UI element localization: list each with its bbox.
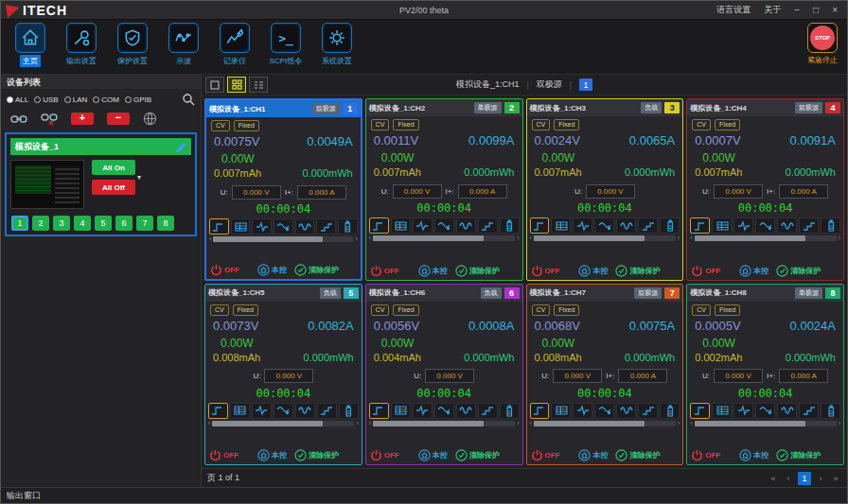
channel-header[interactable]: 模拟设备_1:CH6 负载 6 bbox=[366, 285, 522, 302]
table-icon[interactable] bbox=[551, 403, 571, 419]
sine-wave-icon[interactable] bbox=[616, 403, 636, 419]
local-control-indicator[interactable]: 本控 bbox=[418, 449, 448, 461]
ramp-icon[interactable] bbox=[638, 403, 658, 419]
power-toggle[interactable]: OFF bbox=[691, 265, 720, 277]
ramp-icon[interactable] bbox=[799, 403, 819, 419]
interface-radio-com[interactable]: COM bbox=[93, 96, 119, 104]
channel-header[interactable]: 模拟设备_1:CH7 双极源 7 bbox=[527, 285, 683, 302]
current-set-field[interactable]: 0.000 A bbox=[458, 184, 507, 199]
power-toggle[interactable]: OFF bbox=[691, 449, 720, 461]
ramp-icon[interactable] bbox=[316, 218, 336, 235]
card-scrollbar[interactable]: ‹ › bbox=[527, 234, 683, 241]
scroll-right-icon[interactable]: › bbox=[356, 421, 358, 426]
single-view-button[interactable] bbox=[205, 77, 224, 93]
collapse-caret-icon[interactable]: ▾ bbox=[137, 173, 141, 182]
card-scrollbar[interactable]: ‹ › bbox=[205, 419, 362, 426]
pulse-icon[interactable] bbox=[573, 403, 592, 419]
local-control-indicator[interactable]: 本控 bbox=[739, 449, 768, 461]
nav-oscilloscope[interactable]: 示波 bbox=[158, 23, 209, 67]
battery-icon[interactable] bbox=[660, 403, 680, 419]
scroll-left-icon[interactable]: ‹ bbox=[530, 421, 532, 426]
current-set-field[interactable]: 0.000 A bbox=[779, 369, 828, 383]
wave-icon[interactable] bbox=[594, 217, 614, 234]
maximize-button[interactable]: □ bbox=[813, 5, 819, 15]
channel-select-button-6[interactable]: 6 bbox=[115, 216, 132, 231]
card-scrollbar[interactable]: ‹ › bbox=[206, 235, 361, 242]
channel-header[interactable]: 模拟设备_1:CH3 负载 3 bbox=[527, 99, 683, 116]
wave-icon[interactable] bbox=[434, 217, 454, 234]
clear-protection-button[interactable]: 清除保护 bbox=[615, 265, 660, 277]
grid-view-button[interactable] bbox=[227, 77, 246, 93]
current-set-field[interactable]: 0.000 A bbox=[297, 185, 346, 200]
voltage-set-field[interactable]: 0.000 V bbox=[425, 369, 474, 383]
voltage-set-field[interactable]: 0.000 V bbox=[232, 185, 281, 200]
current-set-field[interactable]: 0.000 A bbox=[779, 184, 828, 199]
table-icon[interactable] bbox=[230, 403, 250, 419]
sine-wave-icon[interactable] bbox=[456, 403, 476, 419]
pulse-icon[interactable] bbox=[252, 403, 272, 419]
channel-select-button-3[interactable]: 3 bbox=[53, 216, 70, 231]
wave-icon[interactable] bbox=[594, 403, 614, 419]
local-control-indicator[interactable]: 本控 bbox=[739, 265, 768, 277]
battery-icon[interactable] bbox=[821, 403, 840, 419]
fixed-wave-icon[interactable] bbox=[690, 217, 710, 234]
scrollbar-thumb[interactable] bbox=[695, 421, 805, 426]
voltage-set-field[interactable]: 0.000 V bbox=[714, 369, 763, 383]
sine-wave-icon[interactable] bbox=[456, 217, 476, 234]
pulse-icon[interactable] bbox=[413, 217, 433, 234]
network-icon[interactable] bbox=[143, 112, 157, 126]
scroll-right-icon[interactable]: › bbox=[355, 236, 357, 242]
output-window-bar[interactable]: 输出窗口 bbox=[1, 487, 847, 504]
scroll-left-icon[interactable]: ‹ bbox=[208, 421, 210, 426]
fixed-wave-icon[interactable] bbox=[208, 403, 228, 419]
sine-wave-icon[interactable] bbox=[295, 218, 315, 235]
fixed-wave-icon[interactable] bbox=[530, 217, 550, 234]
wave-icon[interactable] bbox=[755, 403, 775, 419]
voltage-set-field[interactable]: 0.000 V bbox=[586, 184, 635, 199]
scroll-right-icon[interactable]: › bbox=[839, 235, 840, 241]
power-toggle[interactable]: OFF bbox=[370, 449, 399, 461]
next-page-icon[interactable]: › bbox=[815, 474, 826, 483]
wave-icon[interactable] bbox=[274, 218, 293, 235]
battery-icon[interactable] bbox=[660, 217, 680, 234]
voltage-set-field[interactable]: 0.000 V bbox=[393, 184, 442, 199]
sine-wave-icon[interactable] bbox=[777, 217, 797, 234]
scrollbar-thumb[interactable] bbox=[534, 235, 645, 241]
interface-radio-usb[interactable]: USB bbox=[34, 96, 58, 104]
nav-system-settings[interactable]: 系统设置 bbox=[311, 23, 362, 67]
disconnect-icon[interactable] bbox=[41, 113, 58, 126]
fixed-wave-icon[interactable] bbox=[209, 218, 229, 235]
table-icon[interactable] bbox=[712, 403, 732, 419]
connect-icon[interactable] bbox=[10, 113, 27, 125]
clear-protection-button[interactable]: 清除保护 bbox=[615, 449, 660, 461]
power-toggle[interactable]: OFF bbox=[370, 265, 399, 277]
interface-radio-lan[interactable]: LAN bbox=[64, 96, 88, 104]
wave-icon[interactable] bbox=[274, 403, 293, 419]
interface-radio-all[interactable]: ALL bbox=[7, 96, 28, 104]
pulse-icon[interactable] bbox=[573, 217, 592, 234]
voltage-set-field[interactable]: 0.000 V bbox=[714, 184, 763, 199]
local-control-indicator[interactable]: 本控 bbox=[418, 265, 448, 277]
channel-select-button-2[interactable]: 2 bbox=[32, 216, 49, 231]
battery-icon[interactable] bbox=[821, 217, 840, 234]
voltage-set-field[interactable]: 0.000 V bbox=[553, 369, 602, 383]
scroll-left-icon[interactable]: ‹ bbox=[530, 235, 532, 241]
sine-wave-icon[interactable] bbox=[616, 217, 636, 234]
scroll-right-icon[interactable]: › bbox=[678, 421, 680, 426]
scroll-right-icon[interactable]: › bbox=[517, 235, 519, 241]
channel-header[interactable]: 模拟设备_1:CH8 单极源 8 bbox=[687, 285, 843, 302]
pulse-icon[interactable] bbox=[252, 218, 272, 235]
local-control-indicator[interactable]: 本控 bbox=[257, 264, 287, 276]
battery-icon[interactable] bbox=[339, 403, 359, 419]
card-scrollbar[interactable]: ‹ › bbox=[687, 419, 843, 426]
ramp-icon[interactable] bbox=[638, 217, 658, 234]
wave-icon[interactable] bbox=[434, 403, 454, 419]
power-toggle[interactable]: OFF bbox=[531, 265, 560, 277]
scrollbar-thumb[interactable] bbox=[373, 421, 484, 426]
clear-protection-button[interactable]: 清除保护 bbox=[776, 265, 821, 277]
scrollbar-thumb[interactable] bbox=[534, 421, 645, 426]
all-on-button[interactable]: All On bbox=[92, 160, 135, 175]
battery-icon[interactable] bbox=[500, 403, 520, 419]
scrollbar-thumb[interactable] bbox=[373, 235, 484, 241]
battery-icon[interactable] bbox=[338, 218, 358, 235]
